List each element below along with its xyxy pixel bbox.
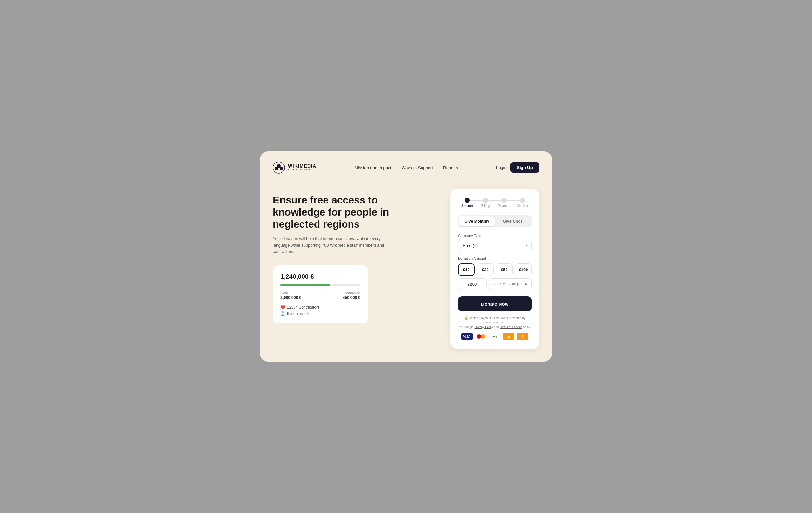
contributors-text: 12354 Contributors [287, 305, 319, 309]
step-amount: Amount [458, 198, 476, 208]
amount-50-button[interactable]: €50 [496, 264, 513, 276]
logo-icon [273, 162, 285, 174]
nav-link-reports[interactable]: Reports [443, 165, 458, 170]
currency-label: Currency Type [458, 234, 531, 238]
progress-stats: Goal 2,000,000 € Remaining 450,000 € [281, 291, 360, 300]
nav-link-mission[interactable]: Mission and Impact [354, 165, 391, 170]
step-payment: Payment [495, 198, 513, 208]
amount-10-button[interactable]: €10 [458, 264, 474, 276]
nav-item-reports[interactable]: Reports [443, 165, 458, 170]
svg-point-3 [280, 167, 283, 170]
currency-select[interactable]: Euro (€) USD ($) GBP (£) JPY (¥) [458, 240, 531, 251]
progress-meta: ❤️ 12354 Contributors ⏳ 6 months left [281, 305, 360, 316]
main-content: Ensure free access to knowledge for peop… [273, 189, 539, 349]
hero-title: Ensure free access to knowledge for peop… [273, 194, 406, 231]
payment-icons: VISA Pay a ₿ [458, 333, 531, 340]
amount-200-button[interactable]: €200 [458, 278, 487, 290]
frequency-toggle: Give Monthly Give Once [458, 215, 531, 227]
step-dot-payment [501, 198, 506, 203]
remaining-label: Remaining [343, 291, 360, 295]
left-panel: Ensure free access to knowledge for peop… [273, 189, 438, 324]
stepper: Amount Billing Payment Confirm [458, 198, 531, 208]
nav-link-ways[interactable]: Ways to Support [402, 165, 433, 170]
hero-description: Your donation will help that information… [273, 236, 393, 255]
amount-row2: €200 [458, 278, 531, 290]
step-label-billing: Billing [482, 204, 490, 208]
current-amount: 1,240,000 € [281, 273, 360, 280]
amazon-pay-icon: a [503, 333, 515, 340]
logo-sub: FOUNDATION [288, 168, 317, 171]
terms-of-service-link[interactable]: Terms of Service [500, 325, 522, 329]
nav-item-mission[interactable]: Mission and Impact [354, 165, 391, 170]
privacy-policy-link[interactable]: Privacy Policy [474, 325, 493, 329]
svg-point-2 [275, 167, 278, 170]
amount-100-button[interactable]: €100 [515, 264, 531, 276]
donate-now-button[interactable]: Donate Now [458, 297, 531, 312]
remaining-value: 450,000 € [343, 296, 360, 300]
visa-icon: VISA [461, 333, 473, 340]
logo-main: WIKIMEDIA [288, 164, 317, 168]
donation-form: Amount Billing Payment Confirm Give Mont… [451, 189, 539, 349]
mastercard-icon [475, 333, 487, 340]
secure-payment-text: 🔒 Secure Payment - This site is protecte… [458, 316, 531, 329]
goal-label: Goal [281, 291, 301, 295]
amount-other-input[interactable] [489, 278, 531, 290]
login-button[interactable]: Login [496, 165, 506, 170]
time-text: 6 months left [287, 312, 309, 316]
signup-button[interactable]: Sign Up [510, 162, 539, 173]
stat-goal: Goal 2,000,000 € [281, 291, 301, 300]
step-dot-billing [483, 198, 488, 203]
progress-card: 1,240,000 € Goal 2,000,000 € Remaining 4… [273, 265, 368, 323]
give-monthly-button[interactable]: Give Monthly [459, 216, 495, 226]
page-container: WIKIMEDIA FOUNDATION Mission and Impact … [260, 152, 552, 362]
navbar: WIKIMEDIA FOUNDATION Mission and Impact … [273, 162, 539, 174]
step-billing: Billing [476, 198, 495, 208]
contributors-item: ❤️ 12354 Contributors [281, 305, 360, 309]
step-label-amount: Amount [461, 204, 473, 208]
progress-bar-background [281, 284, 360, 286]
heart-icon: ❤️ [281, 305, 285, 309]
time-icon: ⏳ [281, 312, 285, 316]
step-label-confirm: Confirm [517, 204, 528, 208]
stat-remaining: Remaining 450,000 € [343, 291, 360, 300]
goal-value: 2,000,000 € [281, 296, 301, 300]
progress-bar-fill [281, 284, 330, 286]
step-label-payment: Payment [498, 204, 510, 208]
currency-select-wrapper: Euro (€) USD ($) GBP (£) JPY (¥) ▾ [458, 240, 531, 251]
step-dot-amount [465, 198, 470, 203]
amount-20-button[interactable]: €20 [477, 264, 494, 276]
nav-links: Mission and Impact Ways to Support Repor… [354, 165, 458, 170]
nav-actions: Login Sign Up [496, 162, 539, 173]
time-item: ⏳ 6 months left [281, 312, 360, 316]
step-confirm: Confirm [513, 198, 531, 208]
bitcoin-icon: ₿ [517, 333, 528, 340]
step-dot-confirm [520, 198, 525, 203]
apple-pay-icon: Pay [489, 333, 500, 340]
amount-presets: €10 €20 €50 €100 [458, 264, 531, 276]
logo: WIKIMEDIA FOUNDATION [273, 162, 317, 174]
logo-text: WIKIMEDIA FOUNDATION [288, 164, 317, 171]
nav-item-ways[interactable]: Ways to Support [402, 165, 433, 170]
amount-label: Donation Amount [458, 256, 531, 260]
give-once-button[interactable]: Give Once [495, 216, 531, 226]
